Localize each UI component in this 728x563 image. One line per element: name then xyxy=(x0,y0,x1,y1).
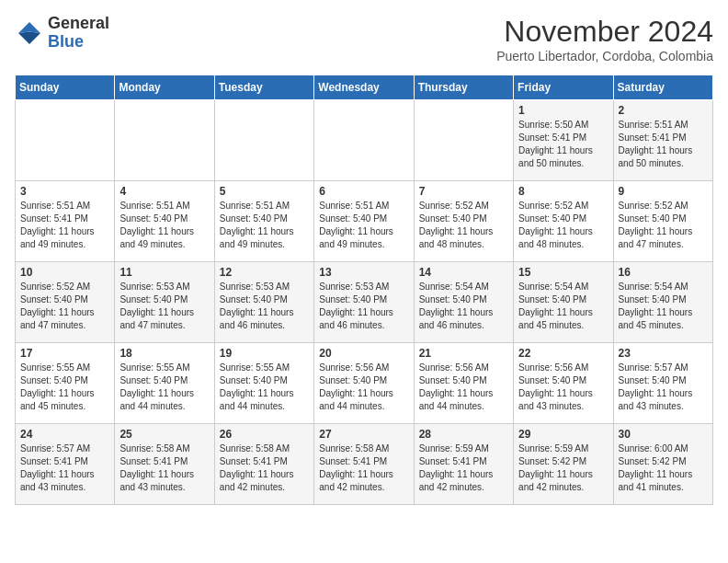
day-info: Sunrise: 5:55 AM Sunset: 5:40 PM Dayligh… xyxy=(220,362,309,413)
day-number: 25 xyxy=(119,428,209,441)
day-number: 12 xyxy=(220,266,309,279)
calendar-header-row: SundayMondayTuesdayWednesdayThursdayFrid… xyxy=(16,75,713,100)
day-info: Sunrise: 5:56 AM Sunset: 5:40 PM Dayligh… xyxy=(319,362,408,413)
day-header-saturday: Saturday xyxy=(613,75,712,100)
calendar-cell: 8Sunrise: 5:52 AM Sunset: 5:40 PM Daylig… xyxy=(514,181,613,262)
svg-marker-0 xyxy=(18,22,40,33)
day-info: Sunrise: 5:59 AM Sunset: 5:42 PM Dayligh… xyxy=(518,442,608,494)
day-info: Sunrise: 5:52 AM Sunset: 5:40 PM Dayligh… xyxy=(20,281,109,332)
day-number: 17 xyxy=(20,347,109,360)
calendar-cell: 10Sunrise: 5:52 AM Sunset: 5:40 PM Dayli… xyxy=(16,262,115,343)
day-info: Sunrise: 5:52 AM Sunset: 5:40 PM Dayligh… xyxy=(518,200,608,251)
day-number: 22 xyxy=(518,347,608,360)
day-info: Sunrise: 5:53 AM Sunset: 5:40 PM Dayligh… xyxy=(319,281,408,332)
calendar-week-1: 1Sunrise: 5:50 AM Sunset: 5:41 PM Daylig… xyxy=(16,100,713,181)
calendar-cell: 15Sunrise: 5:54 AM Sunset: 5:40 PM Dayli… xyxy=(514,262,613,343)
calendar-cell: 13Sunrise: 5:53 AM Sunset: 5:40 PM Dayli… xyxy=(314,262,414,343)
day-header-friday: Friday xyxy=(514,75,613,100)
day-number: 4 xyxy=(119,185,209,198)
calendar-cell: 3Sunrise: 5:51 AM Sunset: 5:41 PM Daylig… xyxy=(16,181,115,262)
logo-icon xyxy=(15,18,44,48)
day-number: 24 xyxy=(20,428,109,441)
day-info: Sunrise: 5:56 AM Sunset: 5:40 PM Dayligh… xyxy=(518,362,608,413)
day-info: Sunrise: 5:54 AM Sunset: 5:40 PM Dayligh… xyxy=(619,281,708,332)
calendar-cell xyxy=(115,100,214,181)
calendar-cell: 18Sunrise: 5:55 AM Sunset: 5:40 PM Dayli… xyxy=(115,343,214,424)
day-info: Sunrise: 5:56 AM Sunset: 5:40 PM Dayligh… xyxy=(419,362,508,413)
day-info: Sunrise: 5:54 AM Sunset: 5:40 PM Dayligh… xyxy=(518,281,608,332)
day-number: 5 xyxy=(220,185,309,198)
calendar-cell xyxy=(414,100,513,181)
day-info: Sunrise: 5:51 AM Sunset: 5:40 PM Dayligh… xyxy=(319,200,408,251)
calendar-cell: 9Sunrise: 5:52 AM Sunset: 5:40 PM Daylig… xyxy=(613,181,712,262)
month-title: November 2024 xyxy=(496,15,713,49)
day-number: 8 xyxy=(518,185,608,198)
day-number: 29 xyxy=(518,428,608,441)
day-number: 15 xyxy=(518,266,608,279)
calendar-week-4: 17Sunrise: 5:55 AM Sunset: 5:40 PM Dayli… xyxy=(16,343,713,424)
calendar-body: 1Sunrise: 5:50 AM Sunset: 5:41 PM Daylig… xyxy=(16,100,713,505)
calendar-cell: 14Sunrise: 5:54 AM Sunset: 5:40 PM Dayli… xyxy=(414,262,513,343)
calendar-cell: 12Sunrise: 5:53 AM Sunset: 5:40 PM Dayli… xyxy=(214,262,313,343)
calendar-cell: 21Sunrise: 5:56 AM Sunset: 5:40 PM Dayli… xyxy=(414,343,513,424)
calendar-cell: 2Sunrise: 5:51 AM Sunset: 5:41 PM Daylig… xyxy=(613,100,712,181)
day-number: 1 xyxy=(518,104,608,117)
calendar-cell: 22Sunrise: 5:56 AM Sunset: 5:40 PM Dayli… xyxy=(514,343,613,424)
day-info: Sunrise: 5:51 AM Sunset: 5:40 PM Dayligh… xyxy=(119,200,209,251)
day-info: Sunrise: 5:58 AM Sunset: 5:41 PM Dayligh… xyxy=(319,442,408,494)
day-info: Sunrise: 5:55 AM Sunset: 5:40 PM Dayligh… xyxy=(20,362,109,413)
day-header-thursday: Thursday xyxy=(414,75,513,100)
day-info: Sunrise: 5:57 AM Sunset: 5:41 PM Dayligh… xyxy=(20,442,109,494)
calendar-cell xyxy=(16,100,115,181)
day-number: 3 xyxy=(20,185,109,198)
day-info: Sunrise: 5:52 AM Sunset: 5:40 PM Dayligh… xyxy=(619,200,708,251)
calendar-week-3: 10Sunrise: 5:52 AM Sunset: 5:40 PM Dayli… xyxy=(16,262,713,343)
page-header: General Blue November 2024 Puerto Libert… xyxy=(15,15,713,63)
day-number: 23 xyxy=(619,347,708,360)
day-number: 7 xyxy=(419,185,508,198)
calendar-cell xyxy=(214,100,313,181)
day-number: 14 xyxy=(419,266,508,279)
calendar-cell: 24Sunrise: 5:57 AM Sunset: 5:41 PM Dayli… xyxy=(16,424,115,505)
calendar-cell: 4Sunrise: 5:51 AM Sunset: 5:40 PM Daylig… xyxy=(115,181,214,262)
day-info: Sunrise: 5:57 AM Sunset: 5:40 PM Dayligh… xyxy=(619,362,708,413)
calendar-cell: 20Sunrise: 5:56 AM Sunset: 5:40 PM Dayli… xyxy=(314,343,414,424)
day-number: 27 xyxy=(319,428,408,441)
day-info: Sunrise: 5:50 AM Sunset: 5:41 PM Dayligh… xyxy=(518,119,608,170)
calendar-table: SundayMondayTuesdayWednesdayThursdayFrid… xyxy=(15,75,713,505)
calendar-cell: 17Sunrise: 5:55 AM Sunset: 5:40 PM Dayli… xyxy=(16,343,115,424)
calendar-cell: 28Sunrise: 5:59 AM Sunset: 5:41 PM Dayli… xyxy=(414,424,513,505)
logo-text: General Blue xyxy=(48,15,109,52)
calendar-cell xyxy=(314,100,414,181)
day-info: Sunrise: 5:51 AM Sunset: 5:40 PM Dayligh… xyxy=(220,200,309,251)
day-number: 20 xyxy=(319,347,408,360)
day-info: Sunrise: 5:58 AM Sunset: 5:41 PM Dayligh… xyxy=(220,442,309,494)
calendar-cell: 6Sunrise: 5:51 AM Sunset: 5:40 PM Daylig… xyxy=(314,181,414,262)
day-info: Sunrise: 5:53 AM Sunset: 5:40 PM Dayligh… xyxy=(220,281,309,332)
calendar-cell: 29Sunrise: 5:59 AM Sunset: 5:42 PM Dayli… xyxy=(514,424,613,505)
day-number: 2 xyxy=(619,104,708,117)
day-number: 18 xyxy=(119,347,209,360)
day-info: Sunrise: 5:59 AM Sunset: 5:41 PM Dayligh… xyxy=(419,442,508,494)
day-info: Sunrise: 6:00 AM Sunset: 5:42 PM Dayligh… xyxy=(619,442,708,494)
day-header-tuesday: Tuesday xyxy=(214,75,313,100)
title-block: November 2024 Puerto Libertador, Cordoba… xyxy=(496,15,713,63)
day-number: 11 xyxy=(119,266,209,279)
calendar-cell: 16Sunrise: 5:54 AM Sunset: 5:40 PM Dayli… xyxy=(613,262,712,343)
day-info: Sunrise: 5:53 AM Sunset: 5:40 PM Dayligh… xyxy=(119,281,209,332)
location-subtitle: Puerto Libertador, Cordoba, Colombia xyxy=(496,49,713,63)
day-info: Sunrise: 5:51 AM Sunset: 5:41 PM Dayligh… xyxy=(20,200,109,251)
calendar-cell: 26Sunrise: 5:58 AM Sunset: 5:41 PM Dayli… xyxy=(214,424,313,505)
day-number: 9 xyxy=(619,185,708,198)
day-number: 28 xyxy=(419,428,508,441)
day-number: 30 xyxy=(619,428,708,441)
day-header-monday: Monday xyxy=(115,75,214,100)
day-number: 16 xyxy=(619,266,708,279)
day-number: 19 xyxy=(220,347,309,360)
day-header-sunday: Sunday xyxy=(16,75,115,100)
calendar-cell: 23Sunrise: 5:57 AM Sunset: 5:40 PM Dayli… xyxy=(613,343,712,424)
day-number: 13 xyxy=(319,266,408,279)
calendar-cell: 5Sunrise: 5:51 AM Sunset: 5:40 PM Daylig… xyxy=(214,181,313,262)
day-info: Sunrise: 5:58 AM Sunset: 5:41 PM Dayligh… xyxy=(119,442,209,494)
day-number: 21 xyxy=(419,347,508,360)
